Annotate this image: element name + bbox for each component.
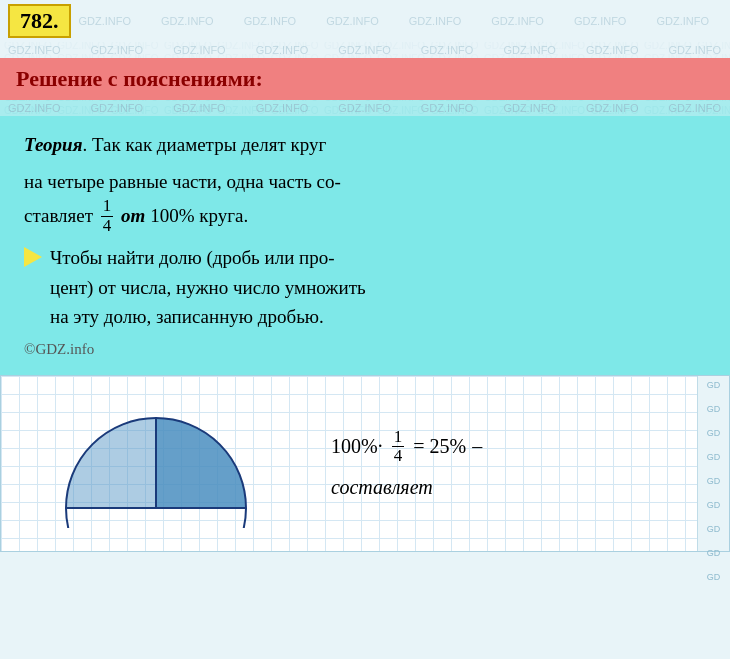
- theory-line-2: на четыре равные части, одна часть со-: [24, 167, 710, 196]
- circle-diagram-container: [1, 376, 311, 551]
- arrow-line-1: Чтобы найти долю (дробь или про-: [50, 243, 366, 272]
- watermark-top: GDZ.INFO GDZ.INFO GDZ.INFO GDZ.INFO GDZ.…: [79, 14, 731, 28]
- arrow-line-3: на эту долю, записанную дробью.: [50, 302, 366, 331]
- theory-paragraph: Теория. Так как диаметры делят круг: [24, 130, 710, 159]
- watermark-row-2: GDZ.INFOGDZ.INFOGDZ.INFOGDZ.INFOGDZ.INFO…: [0, 42, 730, 58]
- arrow-text: Чтобы найти долю (дробь или про- цент) о…: [50, 243, 366, 331]
- top-bar: 782. GDZ.INFO GDZ.INFO GDZ.INFO GDZ.INFO…: [0, 0, 730, 42]
- circle-diagram-svg: [51, 398, 261, 528]
- copyright: ©GDZ.info: [24, 338, 710, 361]
- yellow-arrow-icon: [24, 247, 42, 267]
- watermark-row-3: GDZ.INFOGDZ.INFOGDZ.INFOGDZ.INFOGDZ.INFO…: [0, 100, 730, 116]
- main-content: Теория. Так как диаметры делят круг на ч…: [0, 116, 730, 375]
- arrow-paragraph: Чтобы найти долю (дробь или про- цент) о…: [24, 243, 710, 331]
- solution-header: Решение с пояснениями:: [0, 58, 730, 100]
- fraction-one-fourth: 1 4: [101, 197, 114, 235]
- formula-fraction: 1 4: [392, 428, 405, 466]
- right-edge-watermark: GDGDGDGDGDGDGDGDGD: [697, 376, 729, 551]
- result-label: составляет: [331, 476, 709, 499]
- problem-number: 782.: [8, 4, 71, 38]
- bottom-section: 100%· 1 4 = 25% – составляет GDGDGDGDGDG…: [0, 375, 730, 552]
- arrow-line-2: цент) от числа, нужно число умножить: [50, 273, 366, 302]
- theory-line-3: ставляет 1 4 от 100% круга.: [24, 197, 710, 235]
- formula-display: 100%· 1 4 = 25% –: [331, 428, 709, 466]
- formula-section: 100%· 1 4 = 25% – составляет: [311, 376, 729, 551]
